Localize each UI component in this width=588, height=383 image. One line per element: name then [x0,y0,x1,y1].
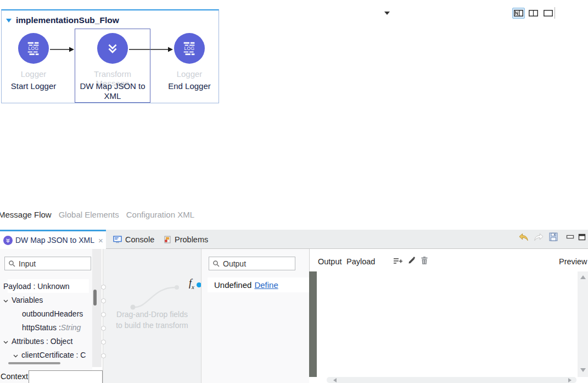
bottom-panel-tabbar: DW Map JSON to XML × Console Problems [0,230,588,249]
input-tree-hscrollbar[interactable] [8,362,60,364]
problems-icon [164,236,171,243]
anypoint-studio-window: implementationSub_Flow LOGLoggerStart Lo… [0,0,588,383]
mapping-anchor-dot[interactable] [101,353,106,358]
output-search-input[interactable] [209,257,295,270]
maximize-icon[interactable] [578,234,586,241]
tree-item-payload-unknown[interactable]: Payload : Unknown [3,279,70,293]
scroll-right-icon[interactable] [568,378,572,382]
code-line-1[interactable]: 1%dw 2.0 [317,273,575,284]
input-tree-scrollbar-handle[interactable] [93,290,97,306]
console-tab-label: Console [125,235,154,244]
console-icon [113,236,122,243]
view-tab-message-flow[interactable]: Message Flow [0,210,52,219]
drag-curve-illustration [126,281,187,314]
chevron-down-icon[interactable] [13,351,18,359]
code-line-2[interactable]: 2output application/xml [317,284,575,295]
mapping-anchor-dot[interactable] [101,298,106,303]
add-transform-icon[interactable] [393,257,402,267]
subflow-container: implementationSub_Flow LOGLoggerStart Lo… [1,9,219,103]
view-layout-both-button[interactable] [512,8,525,19]
flow-title: implementationSub_Flow [16,15,119,25]
header-separator [555,7,555,19]
chevron-down-icon[interactable] [3,337,8,346]
logger-icon[interactable]: LOG [18,33,49,64]
code-payload-label[interactable]: Payload [346,257,375,266]
canvas-hint-line2: to build the transform [103,321,201,330]
tree-item-label: httpStatus : [22,323,61,332]
node-name-label: End Logger [154,81,225,91]
tree-item-type: String [61,323,81,332]
dataweave-icon [3,236,13,245]
editor-tab-label: DW Map JSON to XML [15,236,94,245]
view-layout-single-button[interactable] [542,8,555,19]
tree-item-variables[interactable]: Variables [3,293,43,307]
view-tab-configuration-xml[interactable]: Configuration XML [126,210,194,219]
output-status: Undefined [214,280,251,290]
tree-item-label: Payload : Unknown [3,282,70,291]
flow-view-tabs: Message FlowGlobal ElementsConfiguration… [0,210,194,219]
scroll-down-icon[interactable] [580,368,586,372]
close-icon[interactable]: × [98,236,103,245]
subflow-header: implementationSub_Flow [6,15,119,25]
panel-sash[interactable] [309,271,317,377]
context-input[interactable] [29,370,103,383]
chevron-down-icon[interactable] [384,12,390,15]
mapping-anchor-dot[interactable] [101,285,106,290]
svg-text:LOG: LOG [28,46,38,51]
delete-trash-icon[interactable] [421,256,428,267]
minimize-icon[interactable] [566,234,574,240]
save-icon[interactable] [549,232,558,241]
define-link[interactable]: Define [254,280,278,290]
canvas-hint-line1: Drag-and-Drop fields [103,310,201,319]
fx-function-icon[interactable]: fx [189,277,194,290]
tree-item-attributes-object[interactable]: Attributes : Object [3,334,72,348]
view-layout-split-button[interactable] [527,8,540,19]
svg-text:LOG: LOG [184,46,194,51]
redo-icon[interactable] [533,233,544,241]
node-name-label: Start Logger [0,81,69,91]
preview-button[interactable]: Preview [559,257,587,266]
tree-item-httpstatus[interactable]: httpStatus : String [22,320,81,334]
tree-item-label: Attributes : Object [12,337,72,346]
output-undefined-row: Undefined Define [208,277,309,292]
code-hscrollbar[interactable] [327,377,576,383]
output-code-divider [309,249,310,271]
tree-item-label: outboundHeaders [22,309,83,318]
mapping-anchor-dot[interactable] [101,340,106,345]
dataweave-icon[interactable] [97,33,128,64]
code-editor-header: Output Payload [317,249,588,271]
edit-pencil-icon[interactable] [407,256,416,267]
input-tree-scrollbar-track[interactable] [92,249,102,367]
tree-item-outboundheaders[interactable]: outboundHeaders [22,307,83,320]
code-output-label: Output [318,257,342,266]
tree-item-label: clientCertificate : C [21,351,86,359]
collapse-triangle-icon[interactable] [6,19,12,23]
input-search-input[interactable] [5,257,91,270]
input-search-box [4,257,91,270]
logger-icon[interactable]: LOG [174,33,205,64]
code-line-3[interactable]: 3--- [317,295,575,306]
undo-icon[interactable] [519,233,529,241]
search-icon [212,260,220,268]
tab-problems[interactable]: Problems [164,233,208,246]
code-line-4[interactable]: 4Employee:payload [317,306,575,317]
problems-tab-label: Problems [175,235,208,244]
output-search-box [209,257,295,270]
chevron-down-icon[interactable] [3,296,8,304]
scroll-left-icon[interactable] [333,378,337,382]
node-name-label: DW Map JSON to XML [77,81,148,101]
node-type-label: Logger [0,69,69,79]
search-icon [8,260,16,268]
node-type-label: Logger [154,69,225,79]
panel-toolbar [519,232,586,241]
view-tab-global-elements[interactable]: Global Elements [59,210,119,219]
tab-console[interactable]: Console [113,233,154,246]
tree-item-clientcertificate-c[interactable]: clientCertificate : C [13,348,86,362]
context-label: Context [1,372,28,381]
scroll-up-icon[interactable] [580,275,586,279]
code-vscrollbar[interactable] [578,271,588,377]
tree-item-label: Variables [12,296,43,304]
tab-dw-map-json-to-xml[interactable]: DW Map JSON to XML × [0,230,106,249]
